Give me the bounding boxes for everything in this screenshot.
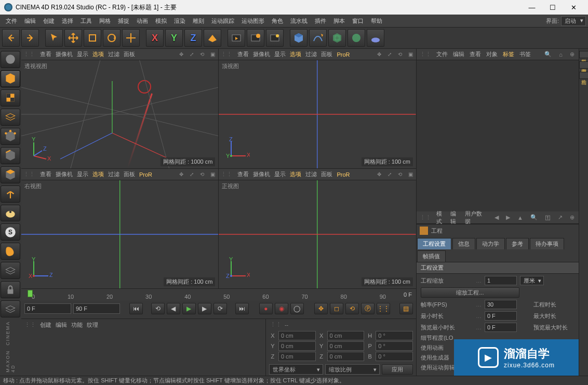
texture-mode-button[interactable]	[1, 89, 20, 107]
vp-menu-filter[interactable]: 过滤	[108, 50, 119, 58]
make-editable-button[interactable]	[1, 51, 20, 68]
viewport-right[interactable]: ⋮⋮ 查看 摄像机 显示 选项 过滤 面板 ProR ✥ ⤢ ⟲ ▣	[21, 169, 219, 288]
field-min-time[interactable]: 0 F	[485, 311, 517, 321]
workplane-mode-button[interactable]	[1, 109, 20, 126]
menu-render[interactable]: 渲染	[170, 16, 189, 26]
playhead-icon[interactable]	[28, 290, 33, 297]
recent-tool[interactable]	[122, 29, 140, 47]
vp-rotate-icon[interactable]: ⟲	[397, 51, 403, 57]
nav-up-icon[interactable]: ▲	[516, 215, 524, 221]
obj-menu-bookmarks[interactable]: 书签	[519, 50, 531, 58]
field-fps[interactable]: 30	[485, 300, 517, 309]
menu-plugins[interactable]: 插件	[311, 16, 330, 26]
vp-menu-panel[interactable]: 面板	[124, 50, 135, 58]
menu-tracker[interactable]: 运动跟踪	[208, 16, 238, 26]
vp-menu-camera[interactable]: 摄像机	[253, 50, 270, 58]
vp-maximize-icon[interactable]: ▣	[407, 51, 414, 57]
select-tool[interactable]	[45, 29, 63, 47]
add-environment-button[interactable]	[367, 29, 384, 47]
vp-maximize-icon[interactable]: ▣	[407, 171, 414, 177]
next-frame-button[interactable]: ▶	[198, 303, 211, 314]
start-frame-field[interactable]: 0 F	[24, 303, 71, 314]
vp-rotate-icon[interactable]: ⟲	[199, 171, 205, 177]
menu-help[interactable]: 帮助	[367, 16, 386, 26]
side-tab-content-browser[interactable]: 内容浏览器	[579, 61, 589, 69]
coord-rot-h[interactable]: 0 °	[376, 331, 413, 340]
vp-nav-icon[interactable]: ✥	[376, 51, 382, 57]
axis-mode-button[interactable]	[1, 185, 20, 203]
render-settings-button[interactable]	[247, 29, 264, 47]
minimize-button[interactable]: —	[522, 0, 542, 15]
move-tool[interactable]	[64, 29, 82, 47]
menu-file[interactable]: 文件	[2, 16, 21, 26]
snap-toggle-button[interactable]: S	[1, 223, 20, 241]
viewport-front[interactable]: ⋮⋮ 查看 摄像机 显示 选项 过滤 面板 ProR ✥ ⤢ ⟲ ▣	[219, 169, 416, 288]
mat-menu-function[interactable]: 功能	[71, 321, 83, 329]
attr-menu-userdata[interactable]: 用户数据	[465, 210, 483, 225]
vp-menu-options[interactable]: 选项	[290, 50, 301, 58]
menu-tools[interactable]: 工具	[77, 16, 96, 26]
vp-nav-icon[interactable]: ✥	[178, 171, 184, 177]
axis-x-toggle[interactable]: X	[146, 29, 164, 47]
key-scale-button[interactable]: ◻	[330, 303, 343, 314]
viewport-top[interactable]: ⋮⋮ 查看 摄像机 显示 选项 过滤 面板 ProR ✥ ⤢ ⟲ ▣	[219, 49, 416, 168]
side-tab-objects[interactable]: 对象	[579, 51, 589, 58]
viewport-solo-button[interactable]	[1, 262, 20, 279]
vp-zoom-icon[interactable]: ⤢	[386, 171, 393, 177]
vp-zoom-icon[interactable]: ⤢	[189, 171, 195, 177]
tab-info[interactable]: 信息	[452, 238, 475, 249]
vp-menu-pror[interactable]: ProR	[139, 171, 152, 178]
vp-maximize-icon[interactable]: ▣	[209, 51, 216, 57]
menu-mograph[interactable]: 运动图形	[238, 16, 268, 26]
vp-maximize-icon[interactable]: ▣	[209, 171, 216, 177]
point-mode-button[interactable]	[1, 128, 20, 145]
coord-size-x[interactable]: 0 cm	[327, 331, 365, 340]
menu-select[interactable]: 选择	[58, 16, 77, 26]
key-pla-button[interactable]: ⋮⋮	[377, 303, 390, 314]
vp-menu-pror[interactable]: ProR	[337, 51, 350, 58]
obj-menu-objects[interactable]: 对象	[486, 50, 498, 58]
picture-viewer-button[interactable]	[266, 29, 284, 47]
menu-simulate[interactable]: 模拟	[152, 16, 170, 26]
axis-y-toggle[interactable]: Y	[165, 29, 183, 47]
vp-menu-filter[interactable]: 过滤	[108, 170, 119, 178]
polygon-mode-button[interactable]	[1, 166, 20, 183]
vp-zoom-icon[interactable]: ⤢	[386, 51, 393, 57]
vp-menu-panel[interactable]: 面板	[321, 50, 332, 58]
objects-tree[interactable]	[417, 60, 579, 211]
vp-menu-options[interactable]: 选项	[290, 170, 301, 178]
prev-frame-button[interactable]: ◀	[167, 303, 180, 314]
edge-mode-button[interactable]	[1, 147, 20, 164]
lock-button[interactable]	[1, 281, 20, 298]
field-preview-min[interactable]: 0 F	[485, 323, 517, 332]
search-icon[interactable]: 🔍	[529, 214, 539, 221]
obj-menu-edit[interactable]: 编辑	[453, 50, 464, 58]
lock-icon[interactable]: ⚿	[544, 215, 552, 221]
vp-nav-icon[interactable]: ✥	[178, 51, 184, 57]
coord-size-y[interactable]: 0 cm	[327, 341, 365, 351]
scale-tool[interactable]	[84, 29, 101, 47]
vp-menu-view[interactable]: 查看	[40, 170, 51, 178]
mat-menu-create[interactable]: 创建	[40, 321, 51, 329]
vp-menu-view[interactable]: 查看	[40, 50, 51, 58]
prev-key-button[interactable]: ⟲	[151, 303, 165, 314]
key-rotate-button[interactable]: ⟲	[345, 303, 359, 314]
tab-project-settings[interactable]: 工程设置	[417, 238, 451, 249]
vp-menu-options[interactable]: 选项	[92, 170, 104, 178]
keyframe-selection-button[interactable]: ◯	[290, 303, 304, 314]
vp-menu-camera[interactable]: 摄像机	[56, 170, 73, 178]
vp-menu-panel[interactable]: 面板	[321, 170, 332, 178]
coord-system-combo[interactable]: 世界坐标	[269, 364, 324, 375]
axis-z-toggle[interactable]: Z	[184, 29, 202, 47]
nav-fwd-icon[interactable]: ▶	[505, 214, 511, 221]
vp-menu-display[interactable]: 显示	[274, 170, 286, 178]
vp-nav-icon[interactable]: ✥	[376, 171, 382, 177]
field-project-scale[interactable]: 1	[485, 276, 517, 285]
expand-icon[interactable]: ⊕	[569, 214, 576, 221]
coord-rot-b[interactable]: 0 °	[376, 352, 413, 361]
menu-script[interactable]: 脚本	[330, 16, 349, 26]
coord-apply-button[interactable]: 应用	[382, 364, 413, 375]
nav-back-icon[interactable]: ◀	[493, 214, 500, 221]
redo-button[interactable]	[21, 29, 39, 47]
rotate-tool[interactable]	[103, 29, 121, 47]
